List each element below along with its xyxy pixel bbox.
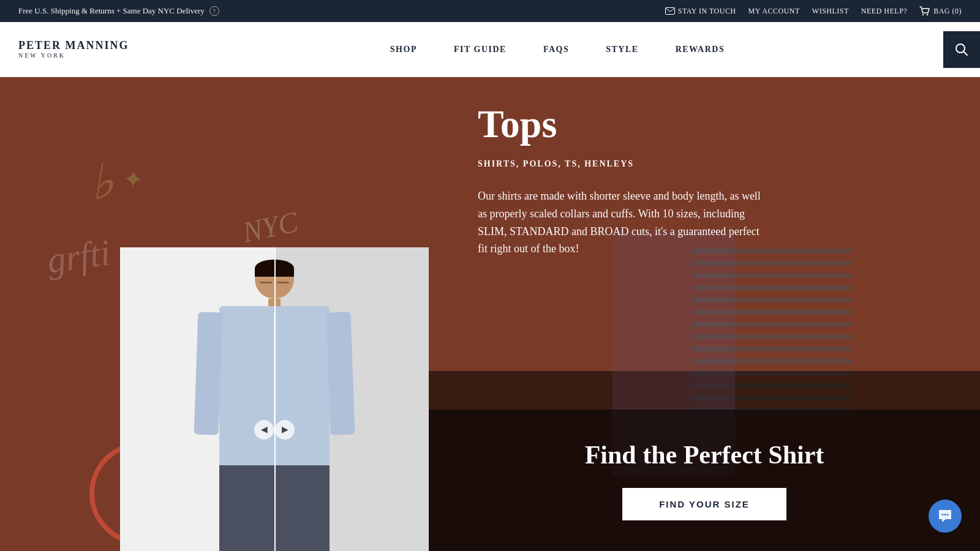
announcement-text: Free U.S. Shipping & Returns + Same Day … [18, 6, 205, 16]
logo-line2: NEW YORK [18, 52, 66, 59]
hero-section: ♭ grfti ✦ NYC [0, 77, 980, 551]
stay-in-touch-link[interactable]: STAY IN TOUCH [665, 7, 736, 16]
chat-button[interactable] [929, 500, 962, 533]
bag-link[interactable]: BAG (0) [919, 6, 962, 16]
search-icon [955, 43, 968, 56]
slider-control[interactable]: ◀ ▶ [254, 420, 295, 440]
mail-icon [665, 7, 675, 15]
logo[interactable]: PETER MANNING NEW YORK [18, 40, 153, 59]
svg-point-27 [944, 514, 946, 515]
announcement-left: Free U.S. Shipping & Returns + Same Day … [18, 6, 219, 16]
slider-next-button[interactable]: ▶ [275, 420, 295, 440]
hero-subtitle: SHIRTS, POLOS, TS, HENLEYS [478, 159, 931, 169]
hero-cta-area: Find the Perfect Shirt FIND YOUR SIZE [429, 410, 980, 551]
svg-text:✦: ✦ [123, 165, 145, 194]
slider-prev-button[interactable]: ◀ [254, 420, 274, 440]
announcement-bar: Free U.S. Shipping & Returns + Same Day … [0, 0, 980, 22]
search-button[interactable] [943, 31, 980, 68]
chat-icon [937, 508, 953, 524]
hero-title: Tops [478, 102, 931, 147]
nav-item-fit-guide[interactable]: FIT GUIDE [454, 45, 507, 54]
svg-point-1 [922, 14, 924, 15]
main-nav: SHOP FIT GUIDE FAQS STYLE REWARDS [153, 45, 962, 54]
wishlist-link[interactable]: WISHLIST [812, 7, 849, 16]
product-comparison-panel: ◀ ▶ [120, 247, 429, 551]
nav-item-style[interactable]: STYLE [606, 45, 638, 54]
svg-rect-0 [665, 8, 674, 15]
svg-point-26 [942, 514, 944, 515]
nav-item-faqs[interactable]: FAQS [543, 45, 569, 54]
announcement-right: STAY IN TOUCH MY ACCOUNT WISHLIST NEED H… [665, 6, 962, 16]
need-help-link[interactable]: NEED HELP? [861, 7, 907, 16]
help-circle-icon[interactable]: ? [209, 6, 219, 16]
panel-divider [274, 247, 276, 551]
svg-point-2 [927, 14, 928, 15]
my-account-link[interactable]: MY ACCOUNT [748, 7, 800, 16]
hero-description: Our shirts are made with shorter sleeve … [478, 187, 772, 258]
svg-point-28 [947, 514, 949, 515]
cart-icon [919, 6, 930, 16]
hero-text-area: Tops SHIRTS, POLOS, TS, HENLEYS Our shir… [429, 77, 980, 551]
main-header: PETER MANNING NEW YORK SHOP FIT GUIDE FA… [0, 22, 980, 77]
logo-line1: PETER MANNING [18, 40, 129, 52]
find-your-size-button[interactable]: FIND YOUR SIZE [622, 488, 786, 520]
hero-cta-title: Find the Perfect Shirt [585, 440, 824, 470]
nav-item-rewards[interactable]: REWARDS [676, 45, 725, 54]
hero-text-top: Tops SHIRTS, POLOS, TS, HENLEYS Our shir… [429, 77, 980, 410]
nav-item-shop[interactable]: SHOP [390, 45, 417, 54]
